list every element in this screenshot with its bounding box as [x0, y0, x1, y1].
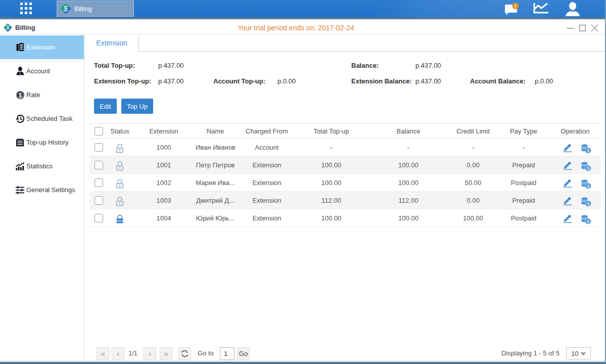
svg-text:$: $ — [587, 201, 590, 206]
svg-text:$: $ — [587, 148, 590, 153]
svg-text:$: $ — [64, 5, 68, 13]
svg-text:$: $ — [587, 165, 590, 171]
svg-text:$: $ — [587, 218, 590, 224]
svg-text:$: $ — [18, 91, 22, 99]
svg-text:$: $ — [587, 183, 590, 189]
